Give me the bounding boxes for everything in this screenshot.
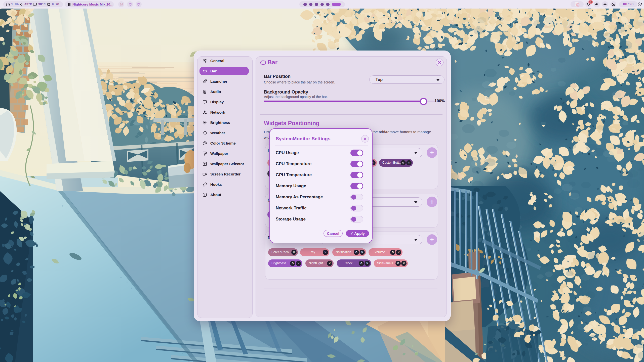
svg-text:C: C [577,4,579,6]
